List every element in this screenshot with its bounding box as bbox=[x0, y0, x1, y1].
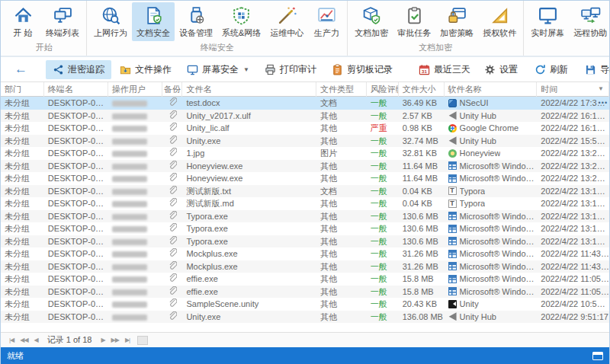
toolbar-button-print-audit[interactable]: 打印审计 bbox=[258, 60, 323, 79]
pager-next-button[interactable]: ▶| bbox=[123, 336, 132, 344]
table-row[interactable]: 未分组DESKTOP-0VIDMDJHoneyview.exe其他一般11.64… bbox=[1, 160, 609, 173]
software-icon-typora bbox=[448, 187, 457, 195]
cell-user-redacted bbox=[108, 147, 163, 160]
ribbon-item-terminal-list[interactable]: 终端列表 bbox=[41, 2, 84, 41]
table-row[interactable]: 未分组DESKTOP-0VIDMDJ测试新版.txt文档一般0.04 KBTyp… bbox=[1, 185, 609, 198]
column-header-user[interactable]: 操作用户 bbox=[108, 82, 163, 97]
ribbon-item-remote-assist[interactable]: 远程协助 bbox=[569, 2, 610, 41]
cell-file-type: 文档 bbox=[316, 97, 367, 110]
back-button[interactable]: ← bbox=[8, 60, 34, 78]
cell-department: 未分组 bbox=[1, 311, 44, 324]
column-header-clip[interactable]: 备份 bbox=[162, 82, 182, 97]
table-row[interactable]: 未分组DESKTOP-0VIDMDJtest.docx文档一般36.49 KBN… bbox=[1, 97, 609, 110]
redacted-user-chip bbox=[112, 226, 147, 232]
table-row[interactable]: 未分组DESKTOP-0VIDMDJ1.jpg图片一般32.81 KBHoney… bbox=[1, 147, 609, 160]
table-row[interactable]: 未分组DESKTOP-0VIDMDJUnity.exe其他一般136.08 MB… bbox=[1, 311, 609, 324]
cell-terminal-name: DESKTOP-0VIDMDJ bbox=[44, 235, 108, 248]
table-row[interactable]: 未分组DESKTOP-0VIDMDJHoneyview.exe其他一般11.64… bbox=[1, 172, 609, 185]
cell-user-redacted bbox=[108, 260, 163, 273]
cell-file-size: 32.74 MB bbox=[399, 135, 445, 148]
cell-risk-level: 一般 bbox=[367, 185, 399, 198]
ribbon-item-doc-security[interactable]: 文档安全 bbox=[132, 2, 175, 41]
cell-user-redacted bbox=[108, 298, 163, 311]
toolbar-button-refresh[interactable]: 刷新 bbox=[528, 60, 575, 79]
ribbon-item-device-mgmt[interactable]: 设备管理 bbox=[175, 2, 217, 41]
cell-file-size: 31.26 MB bbox=[399, 260, 445, 273]
table-row[interactable]: 未分组DESKTOP-0VIDMDJUnity_lic.alf其他严重0.98 … bbox=[1, 122, 609, 135]
table-row[interactable]: 未分组DESKTOP-0VIDMDJTypora.exe其他一般130.6 MB… bbox=[1, 210, 609, 223]
ribbon-item-sys-network[interactable]: 系统&网络 bbox=[217, 2, 265, 41]
ops-center-icon bbox=[277, 5, 297, 26]
table-header: 部门终端名操作用户备份文件名文件类型风险评级文件大小软件名称时间▼ bbox=[1, 82, 609, 97]
status-window-icon[interactable] bbox=[592, 352, 603, 360]
pager-right-buttons: ▶▶▶▶| bbox=[98, 336, 132, 344]
paperclip-icon bbox=[169, 222, 177, 235]
pager-size-box[interactable] bbox=[137, 336, 148, 345]
table-row[interactable]: 未分组DESKTOP-0VIDMDJUnity_v2017.x.ulf其他一般2… bbox=[1, 110, 609, 123]
ribbon-item-realtime-screen[interactable]: 实时屏幕 bbox=[526, 2, 569, 41]
column-header-time[interactable]: 时间▼ bbox=[537, 82, 609, 97]
column-header-soft[interactable]: 软件名称 bbox=[445, 82, 538, 97]
redacted-user-chip bbox=[112, 214, 147, 220]
cell-software-name: Microsoft® Windows® Oper... bbox=[445, 247, 538, 260]
cell-terminal-name: DESKTOP-0VIDMDJ bbox=[44, 260, 108, 273]
table-row[interactable]: 未分组DESKTOP-0VIDMDJTypora.exe其他一般130.6 MB… bbox=[1, 222, 609, 235]
pager-prev-button[interactable]: ◀◀ bbox=[18, 336, 30, 344]
table-row[interactable]: 未分组DESKTOP-0VIDMDJMockplus.exe其他一般31.26 … bbox=[1, 247, 609, 260]
paperclip-icon bbox=[169, 235, 177, 248]
cell-risk-level: 一般 bbox=[367, 222, 399, 235]
column-header-dept[interactable]: 部门 bbox=[1, 82, 44, 97]
cell-terminal-name: DESKTOP-0VIDMDJ bbox=[44, 286, 108, 299]
column-header-terminal[interactable]: 终端名 bbox=[44, 82, 108, 97]
table-row[interactable]: 未分组DESKTOP-0VIDMDJeffie.exe其他一般15.8 MBMi… bbox=[1, 273, 609, 286]
ribbon-item-productivity[interactable]: 生产力 bbox=[308, 2, 345, 41]
redacted-user-chip bbox=[112, 151, 147, 157]
web-behavior-icon bbox=[101, 5, 121, 26]
cell-file-name: Honeyview.exe bbox=[182, 172, 316, 185]
ribbon-item-ops-center[interactable]: 运维中心 bbox=[265, 2, 308, 41]
table-row[interactable]: 未分组DESKTOP-0VIDMDJSampleScene.unity其他一般2… bbox=[1, 298, 609, 311]
column-header-size[interactable]: 文件大小 bbox=[399, 82, 445, 97]
column-header-file[interactable]: 文件名 bbox=[182, 82, 316, 97]
calendar-icon: 31 bbox=[419, 64, 430, 75]
pager-next-button[interactable]: ▶ bbox=[98, 336, 107, 344]
toolbar-button-screen-safe[interactable]: 屏幕安全▼ bbox=[180, 60, 256, 79]
toolbar-button-file-ops[interactable]: 文件操作 bbox=[113, 60, 178, 79]
column-header-risk[interactable]: 风险评级 bbox=[367, 82, 399, 97]
date-filter-button[interactable]: 31最近三天 bbox=[412, 60, 477, 79]
ribbon-item-encrypt-policy[interactable]: 加密策略 bbox=[435, 2, 478, 41]
cell-software-name: NSecUI bbox=[445, 97, 538, 110]
cell-risk-level: 一般 bbox=[367, 247, 399, 260]
ribbon-item-approval-task[interactable]: 审批任务 bbox=[393, 2, 435, 41]
encrypt-policy-icon bbox=[447, 5, 467, 26]
toolbar-right-buttons: 设置刷新导出 bbox=[477, 60, 610, 79]
ribbon-item-home[interactable]: 开 始 bbox=[5, 2, 41, 41]
table-row[interactable]: 未分组DESKTOP-0VIDMDJeffie.exe其他一般15.8 MBMi… bbox=[1, 286, 609, 299]
toolbar-button-settings[interactable]: 设置 bbox=[477, 60, 525, 79]
ribbon-item-auth-software[interactable]: 授权软件 bbox=[478, 2, 521, 41]
chevron-down-icon: ▼ bbox=[243, 66, 249, 73]
toolbar-button-leak-trace[interactable]: 泄密追踪 bbox=[46, 60, 111, 79]
pager-next-button[interactable]: ▶▶ bbox=[109, 336, 121, 344]
cell-file-type: 其他 bbox=[316, 311, 367, 324]
cell-terminal-name: DESKTOP-0VIDMDJ bbox=[44, 97, 108, 110]
ribbon-item-doc-encrypt[interactable]: 文档加密 bbox=[350, 2, 393, 41]
cell-time: 2022/4/22 13:14:09 bbox=[537, 222, 609, 235]
toolbar-button-export[interactable]: 导出 bbox=[578, 60, 610, 79]
cell-software-name: Microsoft® Windows® Oper... bbox=[445, 160, 538, 173]
table-row[interactable]: 未分组DESKTOP-0VIDMDJTypora.exe其他一般130.6 MB… bbox=[1, 235, 609, 248]
pager-prev-button[interactable]: |◀ bbox=[7, 336, 16, 344]
ribbon-item-web-behavior[interactable]: 上网行为 bbox=[89, 2, 132, 41]
cell-time: 2022/4/22 13:19:16 bbox=[537, 197, 609, 210]
table-row[interactable]: 未分组DESKTOP-0VIDMDJMockplus.exe其他一般31.26 … bbox=[1, 260, 609, 273]
table-row[interactable]: 未分组DESKTOP-0VIDMDJ测试新版.md其他一般0.04 KBTypo… bbox=[1, 197, 609, 210]
toolbar-button-clipboard-record[interactable]: 剪切板记录 bbox=[325, 60, 400, 79]
pager-left-buttons: |◀◀◀◀ bbox=[7, 336, 40, 344]
column-header-type[interactable]: 文件类型 bbox=[316, 82, 367, 97]
row-more-button[interactable]: ••• bbox=[599, 97, 608, 110]
cell-user-redacted bbox=[108, 110, 163, 123]
cell-backup bbox=[162, 273, 182, 286]
cell-user-redacted bbox=[108, 185, 163, 198]
table-row[interactable]: 未分组DESKTOP-0VIDMDJUnity.exe其他一般32.74 MBU… bbox=[1, 135, 609, 148]
pager-prev-button[interactable]: ◀ bbox=[32, 336, 40, 344]
